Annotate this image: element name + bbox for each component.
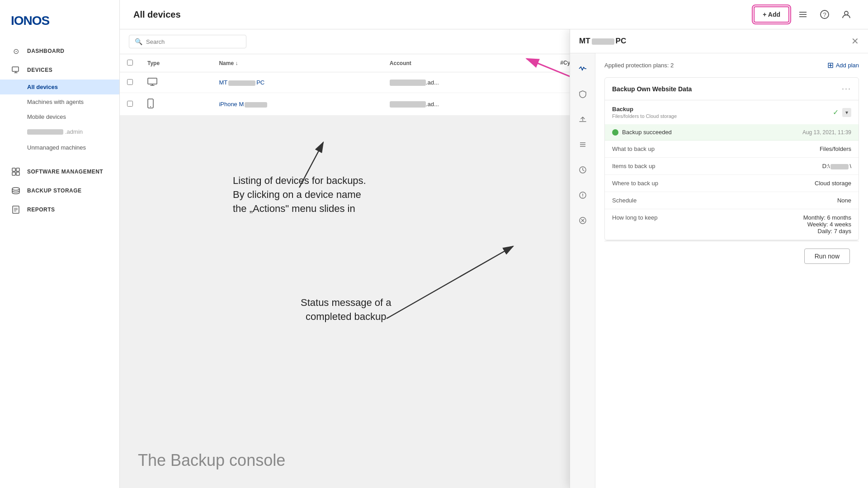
ionos-logo: IONOS xyxy=(11,14,108,28)
reports-icon xyxy=(11,205,21,215)
add-plan-plus-icon: ⊞ xyxy=(827,61,834,70)
select-all-checkbox-col xyxy=(120,54,140,72)
plan-item-info: Backup Files/folders to Cloud storage xyxy=(612,106,677,119)
panel-icon-clock[interactable] xyxy=(575,162,591,178)
svg-point-15 xyxy=(844,11,848,15)
backup-storage-label: BACKUP STORAGE xyxy=(27,188,82,194)
add-plan-button[interactable]: ⊞ Add plan xyxy=(827,61,859,70)
panel-body: Applied protection plans: 2 ⊞ Add plan B… xyxy=(570,53,868,488)
col-type: Type xyxy=(140,54,212,72)
plan-menu-button[interactable]: ··· xyxy=(842,84,851,94)
software-label: SOFTWARE MANAGEMENT xyxy=(27,169,103,175)
sidebar-item-dashboard[interactable]: ⊙ DASHBOARD xyxy=(0,42,119,61)
sidebar-item-all-devices[interactable]: All devices xyxy=(0,80,119,94)
col-account: Account xyxy=(382,54,553,72)
panel-header: MTPC ✕ xyxy=(570,29,868,53)
row1-checkbox xyxy=(120,72,140,93)
plan-item-actions: ✓ ▾ xyxy=(833,108,851,117)
reports-label: REPORTS xyxy=(27,206,55,213)
bottom-label: The Backup console xyxy=(138,451,285,470)
plan-name: Backup Own Website Data xyxy=(612,85,692,93)
dashboard-icon: ⊙ xyxy=(11,46,21,56)
panel-icon-upload[interactable] xyxy=(575,111,591,127)
row1-name[interactable]: MTPC xyxy=(212,72,382,93)
devices-subnav: All devices Machines with agents Mobile … xyxy=(0,80,119,155)
header-actions: + Add ? xyxy=(754,6,854,23)
plan-status-check-icon: ✓ xyxy=(833,108,839,117)
select-all-checkbox[interactable] xyxy=(127,60,133,66)
row2-account: .ad... xyxy=(382,93,553,116)
logo-area: IONOS xyxy=(0,9,119,42)
software-icon xyxy=(11,167,21,177)
backup-status-row: Backup succeeded Aug 13, 2021, 11:39 xyxy=(605,124,859,141)
panel-title: MTPC xyxy=(579,37,626,46)
panel-main-content: Applied protection plans: 2 ⊞ Add plan B… xyxy=(595,53,868,488)
row1-type xyxy=(140,72,212,93)
col-name: Name ↓ xyxy=(212,54,382,72)
device-detail-panel: MTPC ✕ xyxy=(570,29,868,488)
panel-icon-activity[interactable] xyxy=(575,61,591,77)
detail-row-what: What to back up Files/folders xyxy=(605,141,859,158)
help-icon-button[interactable]: ? xyxy=(816,6,833,23)
main-header: All devices + Add ? xyxy=(120,0,868,29)
svg-rect-3 xyxy=(12,172,15,175)
sidebar-item-devices[interactable]: DEVICES xyxy=(0,61,119,80)
sidebar-item-mobile-devices[interactable]: Mobile devices xyxy=(0,109,119,124)
svg-rect-1 xyxy=(12,168,15,171)
panel-icon-shield[interactable] xyxy=(575,86,591,102)
content-area: 🔍 Loaded: 2 / Total: 2 View: Standard ▾ xyxy=(120,29,868,488)
panel-close-button[interactable]: ✕ xyxy=(851,37,859,46)
sidebar-item-software[interactable]: SOFTWARE MANAGEMENT xyxy=(0,162,119,181)
plan-expand-button[interactable]: ▾ xyxy=(842,108,851,117)
panel-footer: Run now xyxy=(604,241,859,271)
applied-plans-text: Applied protection plans: 2 xyxy=(604,62,674,69)
svg-point-25 xyxy=(582,197,583,197)
panel-icon-close-circle[interactable] xyxy=(575,212,591,229)
search-icon: 🔍 xyxy=(135,38,142,45)
panel-icon-list[interactable] xyxy=(575,136,591,153)
add-plan-label: Add plan xyxy=(836,62,859,69)
sidebar-item-machines-agents[interactable]: Machines with agents xyxy=(0,94,119,109)
search-box[interactable]: 🔍 xyxy=(129,35,246,48)
plan-item-subtitle: Files/folders to Cloud storage xyxy=(612,113,677,119)
page-title: All devices xyxy=(133,9,181,20)
svg-rect-2 xyxy=(16,168,19,171)
sidebar-item-reports[interactable]: REPORTS xyxy=(0,200,119,219)
backup-storage-icon xyxy=(11,186,21,196)
add-button[interactable]: + Add xyxy=(754,6,789,23)
dashboard-label: DASHBOARD xyxy=(27,48,65,54)
svg-point-18 xyxy=(150,106,151,107)
sidebar-item-unmanaged[interactable]: Unmanaged machines xyxy=(0,140,119,155)
plan-card-header: Backup Own Website Data ··· xyxy=(605,78,859,100)
main-content: All devices + Add ? 🔍 xyxy=(120,0,868,488)
svg-rect-0 xyxy=(12,67,19,71)
run-now-button[interactable]: Run now xyxy=(804,249,850,264)
svg-point-5 xyxy=(12,188,19,190)
account-icon-button[interactable] xyxy=(838,6,854,23)
devices-label: DEVICES xyxy=(27,67,52,73)
plan-card: Backup Own Website Data ··· Backup Files… xyxy=(604,77,859,241)
detail-row-schedule: Schedule None xyxy=(605,192,859,209)
sidebar-item-backup-storage[interactable]: BACKUP STORAGE xyxy=(0,181,119,200)
listing-annotation: Listing of devices for backups. By click… xyxy=(233,174,377,216)
sidebar-item-admin[interactable]: .admin xyxy=(0,124,119,140)
status-dot-green xyxy=(612,129,618,136)
search-input[interactable] xyxy=(146,38,236,45)
plan-item-header: Backup Files/folders to Cloud storage ✓ … xyxy=(605,100,859,124)
row2-name[interactable]: iPhone M xyxy=(212,93,382,116)
pc-icon xyxy=(147,80,157,87)
row2-checkbox xyxy=(120,93,140,116)
svg-rect-4 xyxy=(16,172,19,175)
panel-sidebar-icons xyxy=(570,53,595,488)
sidebar: IONOS ⊙ DASHBOARD DEVICES All devices Ma… xyxy=(0,0,120,488)
menu-icon-button[interactable] xyxy=(795,6,811,23)
listing-arrow xyxy=(299,142,323,188)
row2-type xyxy=(140,93,212,116)
plan-item-title: Backup xyxy=(612,106,677,113)
detail-row-retention: How long to keep Monthly: 6 monthsWeekly… xyxy=(605,209,859,240)
detail-row-items: Items to back up D:\\ xyxy=(605,158,859,175)
status-annotation: Status message of acompleted backup xyxy=(301,296,392,324)
panel-icon-alert[interactable] xyxy=(575,187,591,203)
panel-plans-header: Applied protection plans: 2 ⊞ Add plan xyxy=(604,61,859,70)
status-date: Aug 13, 2021, 11:39 xyxy=(802,129,851,136)
